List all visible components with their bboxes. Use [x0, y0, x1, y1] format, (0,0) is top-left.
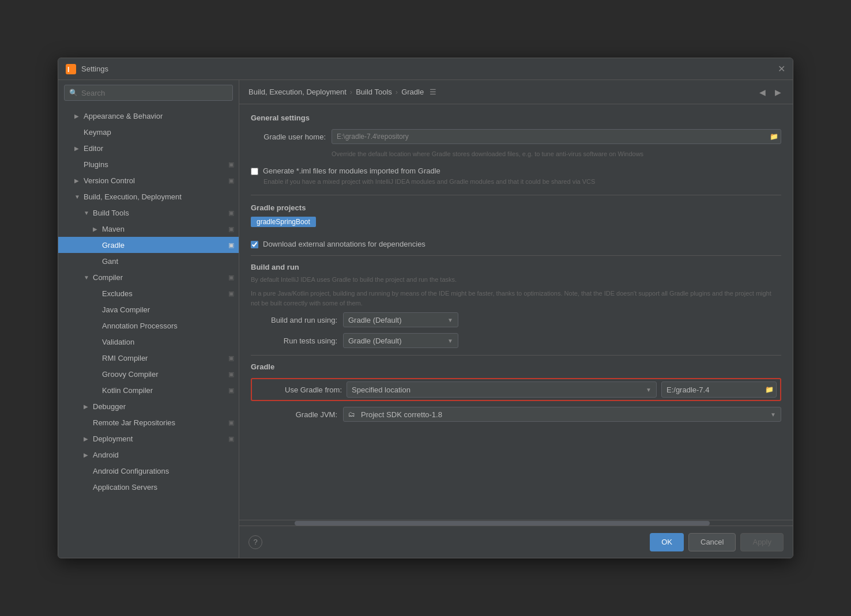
gradle-path-value: E:/gradle-7.4	[667, 386, 709, 394]
gradle-user-home-row: Gradle user home: E:\gradle-7.4\reposito…	[251, 129, 781, 144]
build-and-run-using-select[interactable]: Gradle (Default) ▼	[343, 312, 458, 327]
sidebar-item-gant[interactable]: Gant	[58, 253, 239, 269]
sidebar-item-deployment[interactable]: ▶ Deployment ▣	[58, 430, 239, 447]
build-and-run-desc2: In a pure Java/Kotlin project, building …	[251, 289, 781, 308]
apply-button[interactable]: Apply	[740, 533, 784, 551]
settings-window: I Settings ✕ 🔍 ▶ Appearance & Behavior	[58, 58, 793, 558]
use-gradle-from-value: Specified location	[352, 386, 411, 394]
sidebar-item-build-exec-deploy[interactable]: ▼ Build, Execution, Deployment	[58, 188, 239, 205]
bottom-actions: OK Cancel Apply	[650, 533, 784, 551]
sidebar-item-label: Build, Execution, Deployment	[84, 192, 239, 201]
sidebar-item-version-control[interactable]: ▶ Version Control ▣	[58, 172, 239, 188]
pin-icon: ▣	[226, 221, 236, 237]
project-tag-label: gradleSpringBoot	[251, 217, 316, 227]
chevron-down-icon: ▼	[447, 317, 453, 323]
search-box[interactable]: 🔍	[64, 85, 233, 101]
arrow-icon: ▶	[74, 177, 84, 184]
general-settings-title: General settings	[251, 114, 781, 122]
folder-button[interactable]: 📁	[770, 133, 778, 141]
ok-button[interactable]: OK	[650, 533, 684, 551]
sidebar-item-remote-jar-repos[interactable]: Remote Jar Repositories ▣	[58, 414, 239, 430]
sidebar-item-groovy-compiler[interactable]: Groovy Compiler ▣	[58, 366, 239, 382]
sidebar-item-android-configurations[interactable]: Android Configurations	[58, 463, 239, 479]
download-annotations-checkbox[interactable]	[251, 241, 258, 248]
gradle-jvm-value: Project SDK corretto-1.8	[361, 410, 442, 419]
panel-content: General settings Gradle user home: E:\gr…	[239, 104, 793, 520]
sidebar-item-label: Excludes	[102, 289, 226, 298]
generate-iml-checkbox[interactable]	[251, 168, 258, 175]
gradle-user-home-label: Gradle user home:	[251, 133, 326, 141]
close-button[interactable]: ✕	[777, 65, 786, 74]
gradle-jvm-select[interactable]: 🗂 Project SDK corretto-1.8 ▼	[343, 407, 781, 422]
chevron-down-icon: ▼	[447, 338, 453, 344]
sidebar-item-maven[interactable]: ▶ Maven ▣	[58, 221, 239, 237]
run-tests-using-value: Gradle (Default)	[348, 337, 401, 345]
sidebar-item-java-compiler[interactable]: Java Compiler	[58, 301, 239, 318]
pin-icon: ▣	[226, 350, 236, 366]
sidebar-item-label: Maven	[102, 225, 226, 233]
arrow-icon: ▼	[74, 194, 84, 200]
sidebar-item-android[interactable]: ▶ Android	[58, 447, 239, 463]
sidebar-item-gradle[interactable]: Gradle ▣	[58, 237, 239, 253]
sidebar-item-editor[interactable]: ▶ Editor	[58, 140, 239, 156]
sidebar-item-label: Kotlin Compiler	[102, 386, 226, 395]
horizontal-scrollbar[interactable]	[239, 520, 793, 526]
sidebar-item-build-tools[interactable]: ▼ Build Tools ▣	[58, 205, 239, 221]
help-icon: ?	[253, 538, 257, 546]
use-gradle-from-label: Use Gradle from:	[255, 386, 342, 394]
gradle-user-home-input[interactable]: E:\gradle-7.4\repository 📁	[332, 129, 781, 144]
pin-icon: ▣	[226, 172, 236, 188]
generate-iml-row: Generate *.iml files for modules importe…	[251, 167, 781, 175]
arrow-icon: ▶	[84, 452, 93, 458]
sidebar-item-application-servers[interactable]: Application Servers	[58, 479, 239, 495]
forward-button[interactable]: ▶	[773, 86, 784, 98]
sidebar-item-compiler[interactable]: ▼ Compiler ▣	[58, 269, 239, 285]
sidebar-item-plugins[interactable]: Plugins ▣	[58, 156, 239, 172]
svg-text:I: I	[67, 66, 69, 74]
sidebar-item-kotlin-compiler[interactable]: Kotlin Compiler ▣	[58, 382, 239, 398]
pin-icon: ▣	[226, 205, 236, 221]
breadcrumb-menu-icon[interactable]: ☰	[430, 88, 436, 96]
folder-button[interactable]: 📁	[765, 386, 774, 394]
sidebar-item-rmi-compiler[interactable]: RMI Compiler ▣	[58, 350, 239, 366]
build-and-run-using-value: Gradle (Default)	[348, 316, 401, 324]
sidebar-item-keymap[interactable]: Keymap	[58, 124, 239, 140]
bottom-bar: ? OK Cancel Apply	[239, 526, 793, 558]
breadcrumb-part-3: Gradle	[401, 88, 424, 96]
sidebar-item-label: Java Compiler	[102, 305, 239, 314]
gradle-path-input[interactable]: E:/gradle-7.4 📁	[661, 381, 777, 398]
sidebar-item-label: Gant	[102, 257, 239, 266]
download-annotations-label: Download external annotations for depend…	[263, 240, 425, 248]
use-gradle-from-select[interactable]: Specified location ▼	[347, 381, 657, 398]
sidebar-item-label: Remote Jar Repositories	[93, 418, 226, 427]
arrow-icon: ▶	[84, 403, 93, 410]
run-tests-using-label: Run tests using:	[251, 337, 337, 345]
search-input[interactable]	[81, 89, 228, 97]
breadcrumb-sep-1: ›	[350, 88, 352, 96]
gradle-jvm-row: Gradle JVM: 🗂 Project SDK corretto-1.8 ▼	[251, 407, 781, 422]
use-gradle-from-row: Use Gradle from: Specified location ▼ E:…	[251, 378, 781, 401]
sidebar-item-validation[interactable]: Validation	[58, 334, 239, 350]
breadcrumb: Build, Execution, Deployment › Build Too…	[248, 88, 436, 96]
sidebar-item-debugger[interactable]: ▶ Debugger	[58, 398, 239, 414]
build-and-run-using-row: Build and run using: Gradle (Default) ▼	[251, 312, 781, 327]
search-icon: 🔍	[69, 89, 78, 97]
generate-iml-hint: Enable if you have a mixed project with …	[263, 177, 781, 186]
pin-icon: ▣	[226, 382, 236, 398]
sidebar-item-excludes[interactable]: Excludes ▣	[58, 285, 239, 301]
help-button[interactable]: ?	[248, 535, 262, 549]
generate-iml-label: Generate *.iml files for modules importe…	[263, 167, 440, 175]
back-button[interactable]: ◀	[757, 86, 768, 98]
project-tag[interactable]: gradleSpringBoot	[251, 217, 781, 234]
sidebar-item-label: Annotation Processors	[102, 322, 239, 330]
sidebar-item-appearance[interactable]: ▶ Appearance & Behavior	[58, 108, 239, 124]
cancel-button[interactable]: Cancel	[688, 533, 736, 551]
sidebar-item-annotation-processors[interactable]: Annotation Processors	[58, 318, 239, 334]
download-annotations-row: Download external annotations for depend…	[251, 240, 781, 248]
run-tests-using-select[interactable]: Gradle (Default) ▼	[343, 333, 458, 348]
pin-icon: ▣	[226, 414, 236, 430]
scrollbar-thumb	[295, 521, 710, 526]
chevron-down-icon: ▼	[646, 387, 652, 393]
sidebar-item-label: Compiler	[93, 273, 226, 282]
chevron-down-icon: ▼	[770, 411, 776, 418]
